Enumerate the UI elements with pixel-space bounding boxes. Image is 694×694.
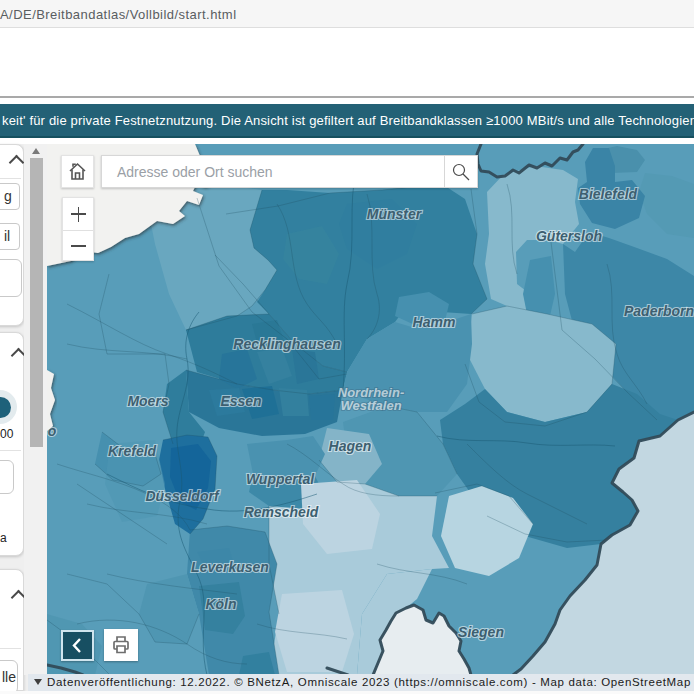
svg-text:Essen: Essen [220,393,261,409]
svg-text:Remscheid: Remscheid [244,504,319,520]
svg-text:Düsseldorf: Düsseldorf [145,488,219,504]
svg-text:Paderborn: Paderborn [624,303,694,319]
svg-text:Wuppertal: Wuppertal [246,471,315,487]
svg-text:Hamm: Hamm [413,314,456,330]
svg-text:o: o [48,423,57,439]
svg-text:Westfalen: Westfalen [340,398,401,413]
svg-text:Münster: Münster [367,206,423,222]
svg-text:Köln: Köln [205,596,236,612]
svg-text:Bielefeld: Bielefeld [579,186,638,202]
svg-text:Gütersloh: Gütersloh [536,228,602,244]
svg-text:Moers: Moers [127,393,168,409]
svg-text:Siegen: Siegen [458,624,504,640]
svg-text:Recklinghausen: Recklinghausen [233,336,340,352]
svg-text:Hagen: Hagen [329,438,372,454]
svg-text:Leverkusen: Leverkusen [191,559,269,575]
svg-text:Krefeld: Krefeld [108,443,157,459]
